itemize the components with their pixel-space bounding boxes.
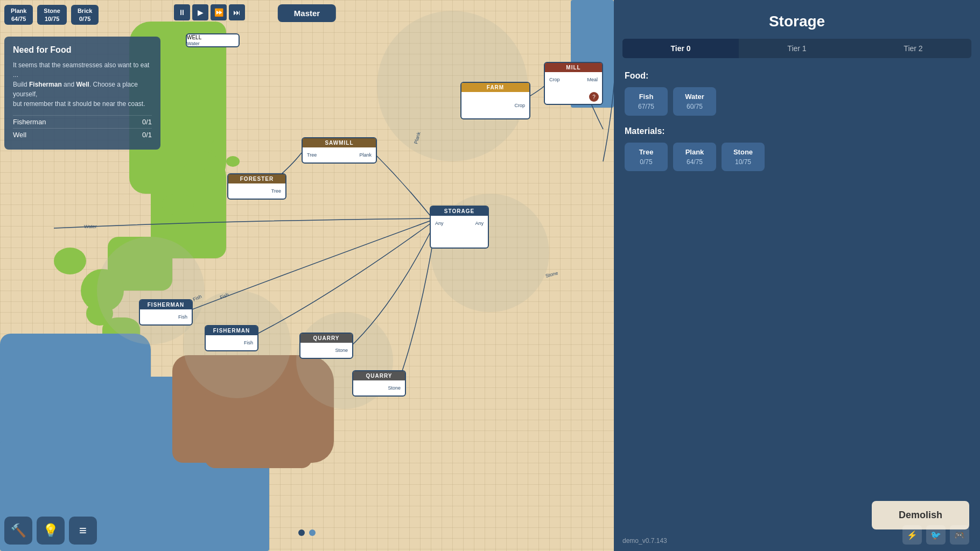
quest-description: It seems that the seamstresses also want… <box>13 60 152 109</box>
skip-button[interactable]: ⏭ <box>229 4 245 20</box>
forester-node[interactable]: FORESTER Tree <box>227 173 286 200</box>
steam-icon[interactable]: 🎮 <box>950 525 969 545</box>
mill-input-r: Meal <box>587 77 598 82</box>
sawmill-node[interactable]: SAWMILL Tree Plank <box>302 137 377 164</box>
brick-resource: Brick 0/75 <box>71 5 99 25</box>
land-mass-7 <box>183 161 205 180</box>
fisherman2-header: FISHERMAN <box>206 326 257 335</box>
terrain-2 <box>205 387 312 468</box>
land-mass-8 <box>210 140 226 153</box>
farm-output: Crop <box>514 103 525 108</box>
mill-header: MILL <box>545 63 602 72</box>
well-node[interactable]: WELL Water <box>186 33 240 47</box>
storage-node[interactable]: STORAGE Any Any <box>430 206 489 249</box>
food-label: Food: <box>614 67 980 85</box>
svg-text:Fish: Fish <box>219 292 230 300</box>
fish-name: Fish <box>633 93 659 101</box>
quest-title: Need for Food <box>13 45 152 55</box>
quest-item-well: Well 0/1 <box>13 128 152 141</box>
social-icons: ⚡ 🐦 🎮 <box>902 525 969 545</box>
quarry1-node[interactable]: QUARRY Stone <box>299 333 353 359</box>
fisherman1-output: Fish <box>178 314 187 320</box>
materials-label: Materials: <box>614 122 980 140</box>
quest-item-fisherman: Fisherman 0/1 <box>13 115 152 128</box>
land-mass-5 <box>54 248 86 274</box>
master-button[interactable]: Master <box>278 4 336 22</box>
sawmill-input: Tree <box>307 152 317 158</box>
pause-button[interactable]: ⏸ <box>174 4 190 20</box>
play-button[interactable]: ▶ <box>192 4 208 20</box>
forester-output: Tree <box>271 188 281 194</box>
hammer-button[interactable]: 🔨 <box>4 517 32 545</box>
fisherman2-output: Fish <box>244 340 253 345</box>
right-panel: Storage Tier 0 Tier 1 Tier 2 Food: Fish … <box>614 0 980 551</box>
storage-input-r: Any <box>475 221 484 226</box>
discord-icon[interactable]: ⚡ <box>902 525 922 545</box>
quest-panel: Need for Food It seems that the seamstre… <box>4 37 160 150</box>
dot-1[interactable] <box>298 529 305 536</box>
fisherman1-header: FISHERMAN <box>140 300 192 309</box>
plank-value: 64/75 <box>682 158 708 166</box>
mill-input-l: Crop <box>549 77 560 82</box>
svg-text:Stone: Stone <box>545 270 558 279</box>
land-mass-6 <box>162 194 194 215</box>
sawmill-output: Plank <box>359 152 372 158</box>
water-name: Water <box>682 93 708 101</box>
tier-0-tab[interactable]: Tier 0 <box>622 39 739 58</box>
farm-node[interactable]: FARM Crop <box>460 82 530 119</box>
svg-text:Fish: Fish <box>192 294 203 302</box>
fast-button[interactable]: ⏩ <box>211 4 227 20</box>
water-value: 60/75 <box>682 103 708 110</box>
quarry2-header: QUARRY <box>353 371 405 380</box>
page-dots <box>298 529 316 536</box>
bottom-bar: 🔨 💡 ≡ <box>4 517 97 545</box>
twitter-icon[interactable]: 🐦 <box>926 525 946 545</box>
materials-items-row: Tree 0/75 Plank 64/75 Stone 10/75 <box>614 140 980 178</box>
tier-1-tab[interactable]: Tier 1 <box>739 39 855 58</box>
fisherman1-node[interactable]: FISHERMAN Fish <box>139 299 193 326</box>
well-output: Water <box>187 41 200 46</box>
forester-header: FORESTER <box>228 174 285 183</box>
mill-node[interactable]: MILL Crop Meal ? <box>544 62 603 105</box>
water-storage-item: Water 60/75 <box>673 87 716 116</box>
storage-title: Storage <box>614 0 980 39</box>
plank-storage-item: Plank 64/75 <box>673 143 716 171</box>
stone-storage-item: Stone 10/75 <box>722 143 765 171</box>
svg-text:Water: Water <box>84 224 97 229</box>
plank-name: Plank <box>682 148 708 156</box>
quarry2-node[interactable]: QUARRY Stone <box>352 370 406 397</box>
fish-storage-item: Fish 67/75 <box>625 87 668 116</box>
playback-controls: ⏸ ▶ ⏩ ⏭ <box>174 4 245 20</box>
storage-input-l: Any <box>435 221 444 226</box>
stone-value: 10/75 <box>730 158 756 166</box>
well-header: WELL <box>187 34 239 40</box>
food-items-row: Fish 67/75 Water 60/75 <box>614 85 980 122</box>
plank-resource: Plank 64/75 <box>4 5 33 25</box>
tree-storage-item: Tree 0/75 <box>625 143 668 171</box>
farm-header: FARM <box>461 83 529 92</box>
lightbulb-button[interactable]: 💡 <box>37 517 65 545</box>
fish-value: 67/75 <box>633 103 659 110</box>
mill-question: ? <box>589 92 599 102</box>
tier-2-tab[interactable]: Tier 2 <box>855 39 971 58</box>
tree-value: 0/75 <box>633 158 659 166</box>
version-label: demo_v0.7.143 <box>622 537 667 545</box>
storage-header: STORAGE <box>431 207 488 216</box>
fisherman2-node[interactable]: FISHERMAN Fish <box>205 325 258 351</box>
quarry2-output: Stone <box>388 385 401 391</box>
stone-resource: Stone 10/75 <box>37 5 67 25</box>
dot-2[interactable] <box>309 529 316 536</box>
tier-tabs: Tier 0 Tier 1 Tier 2 <box>622 39 971 58</box>
stone-name: Stone <box>730 148 756 156</box>
menu-button[interactable]: ≡ <box>69 517 97 545</box>
svg-text:Plank: Plank <box>413 131 422 145</box>
tree-name: Tree <box>633 148 659 156</box>
sawmill-header: SAWMILL <box>303 138 376 147</box>
land-mass-9 <box>226 156 240 167</box>
map-area[interactable]: Plank Fish Fish Water Stone SAWMILL Tree… <box>0 0 614 551</box>
quarry1-header: QUARRY <box>300 334 352 343</box>
quarry1-output: Stone <box>335 348 348 353</box>
